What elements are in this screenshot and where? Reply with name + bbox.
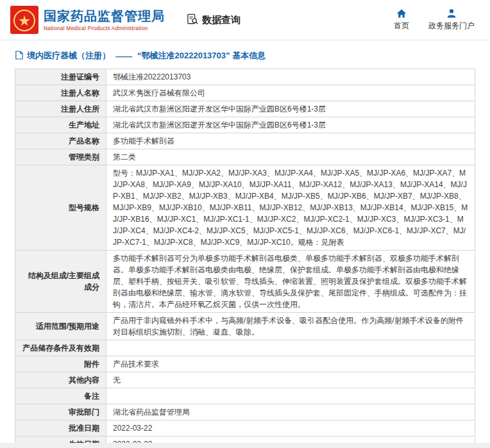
field-label: 产品储存条件及有效期 [15, 340, 106, 356]
registration-info-table: 注册证编号鄂械注准20222013703注册人名称武汉米隽医疗器械有限公司注册人… [15, 69, 475, 448]
info-table-body: 注册证编号鄂械注准20222013703注册人名称武汉米隽医疗器械有限公司注册人… [15, 69, 475, 448]
table-row: 型号规格型号：MJ/JP-XA1、MJ/JP-XA2、MJ/JP-XA3、MJ/… [15, 165, 475, 251]
breadcrumb-current: “鄂械注准20222013703” 基本信息 [137, 50, 266, 62]
nav-home-label: 首页 [394, 21, 409, 31]
data-query-icon [187, 13, 199, 27]
nav-service-portal-label: 政务服务门户 [428, 21, 475, 31]
user-icon [446, 8, 457, 19]
field-value: 湖北省武汉市新洲区阳逻开发区华中国际产业园B区6号楼1-3层 [106, 117, 475, 133]
breadcrumb: 境内医疗器械（注册） —— “鄂械注准20222013703” 基本信息 [0, 40, 490, 69]
table-row: 其他内容无 [15, 372, 475, 388]
field-label: 附件 [15, 356, 106, 372]
field-label: 注册人名称 [15, 85, 106, 101]
table-row: 注册人住所湖北省武汉市新洲区阳逻开发区华中国际产业园B区6号楼1-3层 [15, 101, 475, 117]
field-value: 湖北省药品监督管理局 [106, 404, 475, 420]
svg-text:★: ★ [18, 13, 31, 29]
table-row: 适用范围/预期用途产品用于非内窥镜外科手术中，与高频/射频手术设备、吸引器配合使… [15, 313, 475, 340]
bottom-strip [0, 443, 490, 448]
top-nav: 首页 政务服务门户 [394, 8, 477, 31]
agency-names: 国家药品监督管理局 National Medical Products Admi… [44, 9, 165, 31]
field-value: 鄂械注准20222013703 [106, 69, 475, 85]
breadcrumb-separator: —— [115, 51, 132, 61]
table-row: 产品名称多功能手术解剖器 [15, 133, 475, 149]
table-row: 审批部门湖北省药品监督管理局 [15, 404, 475, 420]
field-label: 生产地址 [15, 117, 106, 133]
field-value: 湖北省武汉市新洲区阳逻开发区华中国际产业园B区6号楼1-3层 [106, 101, 475, 117]
agency-name-cn: 国家药品监督管理局 [44, 9, 165, 24]
field-label: 注册证编号 [15, 69, 106, 85]
nav-home[interactable]: 首页 [394, 8, 409, 31]
field-value: 第二类 [106, 149, 475, 165]
nav-service-portal[interactable]: 政务服务门户 [428, 8, 475, 31]
national-emblem-icon: ★ [10, 6, 38, 34]
field-value: 产品技术要求 [106, 356, 475, 372]
breadcrumb-section[interactable]: 境内医疗器械（注册） [27, 50, 110, 62]
field-value [106, 388, 475, 404]
field-label: 结构及组成/主要组成成分 [15, 251, 106, 313]
top-header: ★ 国家药品监督管理局 National Medical Products Ad… [0, 0, 490, 40]
table-row: 产品储存条件及有效期 [15, 340, 475, 356]
module-title: 数据查询 [187, 13, 241, 27]
table-row: 管理类别第二类 [15, 149, 475, 165]
field-value [106, 340, 475, 356]
table-row: 注册证编号鄂械注准20222013703 [15, 69, 475, 85]
field-label: 注册人住所 [15, 101, 106, 117]
home-icon [396, 8, 407, 19]
field-value: 产品用于非内窥镜外科手术中，与高频/射频手术设备、吸引器配合使用。作为高频/射频… [106, 313, 475, 340]
agency-logo: ★ 国家药品监督管理局 National Medical Products Ad… [10, 6, 165, 34]
field-label: 其他内容 [15, 372, 106, 388]
field-label: 管理类别 [15, 149, 106, 165]
field-label: 审批部门 [15, 404, 106, 420]
field-label: 型号规格 [15, 165, 106, 251]
field-label: 批准日期 [15, 420, 106, 436]
page: ★ 国家药品监督管理局 National Medical Products Ad… [0, 0, 490, 448]
agency-name-en: National Medical Products Administration [44, 25, 165, 31]
field-value: 多功能手术解剖器可分为单极多功能手术解剖器电极类、单极多功能手术解剖器、双极多功… [106, 251, 475, 313]
field-value: 无 [106, 372, 475, 388]
field-label: 产品名称 [15, 133, 106, 149]
field-label: 备注 [15, 388, 106, 404]
field-label: 适用范围/预期用途 [15, 313, 106, 340]
table-row: 附件产品技术要求 [15, 356, 475, 372]
table-row: 注册人名称武汉米隽医疗器械有限公司 [15, 85, 475, 101]
table-row: 生产地址湖北省武汉市新洲区阳逻开发区华中国际产业园B区6号楼1-3层 [15, 117, 475, 133]
field-value: 武汉米隽医疗器械有限公司 [106, 85, 475, 101]
field-value: 2022-03-22 [106, 420, 475, 436]
field-value: 型号：MJ/JP-XA1、MJ/JP-XA2、MJ/JP-XA3、MJ/JP-X… [106, 165, 475, 251]
table-row: 备注 [15, 388, 475, 404]
table-row: 批准日期2022-03-22 [15, 420, 475, 436]
field-value: 多功能手术解剖器 [106, 133, 475, 149]
table-row: 结构及组成/主要组成成分多功能手术解剖器可分为单极多功能手术解剖器电极类、单极多… [15, 251, 475, 313]
document-icon [15, 51, 23, 62]
module-title-label: 数据查询 [202, 14, 241, 26]
